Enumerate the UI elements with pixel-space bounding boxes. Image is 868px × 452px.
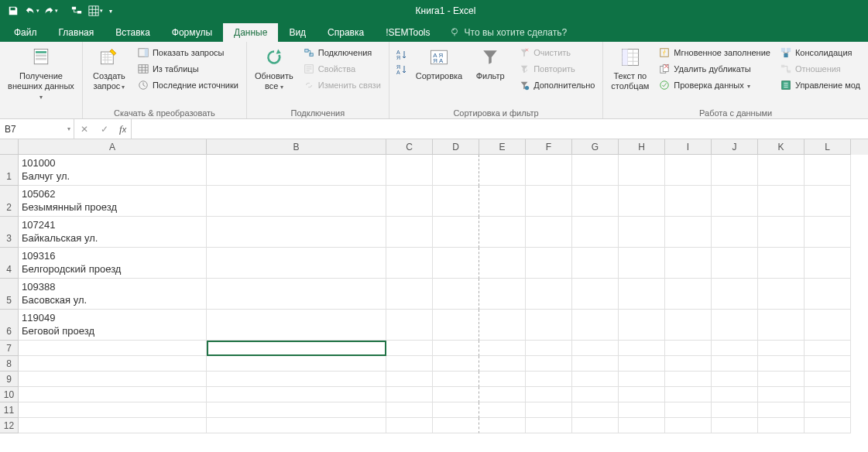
cell-E4[interactable] <box>479 248 526 279</box>
cell-D9[interactable] <box>433 372 479 387</box>
cell-D11[interactable] <box>433 402 479 418</box>
cell-B12[interactable] <box>207 418 386 433</box>
cell-F7[interactable] <box>526 341 572 356</box>
sort-button[interactable]: А ЯЯ А Сортировка <box>413 43 465 81</box>
remove-duplicates-button[interactable]: Удалить дубликаты <box>655 61 774 77</box>
cell-D10[interactable] <box>433 387 479 402</box>
cell-B10[interactable] <box>207 387 386 402</box>
column-header-H[interactable]: H <box>619 139 665 155</box>
cell-E1[interactable] <box>479 155 526 186</box>
cell-J4[interactable] <box>712 248 758 279</box>
cell-C3[interactable] <box>386 217 433 248</box>
cell-G12[interactable] <box>572 418 619 433</box>
cell-C7[interactable] <box>386 341 433 356</box>
cell-I6[interactable] <box>665 310 712 341</box>
cell-B2[interactable] <box>207 186 386 217</box>
cell-G9[interactable] <box>572 372 619 387</box>
cell-K12[interactable] <box>758 418 805 433</box>
cell-J11[interactable] <box>712 402 758 418</box>
cell-G4[interactable] <box>572 248 619 279</box>
cell-J10[interactable] <box>712 387 758 402</box>
cell-A11[interactable] <box>19 402 207 418</box>
cell-G6[interactable] <box>572 310 619 341</box>
cell-I9[interactable] <box>665 372 712 387</box>
tab-insert[interactable]: Вставка <box>105 23 161 42</box>
cell-I1[interactable] <box>665 155 712 186</box>
cell-F2[interactable] <box>526 186 572 217</box>
cell-L12[interactable] <box>805 418 851 433</box>
cell-C11[interactable] <box>386 402 433 418</box>
cell-K2[interactable] <box>758 186 805 217</box>
cell-H10[interactable] <box>619 387 665 402</box>
cell-A6[interactable]: 119049Беговой проезд <box>19 310 207 341</box>
cell-E12[interactable] <box>479 418 526 433</box>
cell-B11[interactable] <box>207 402 386 418</box>
enter-formula-button[interactable]: ✓ <box>94 124 115 135</box>
column-header-F[interactable]: F <box>526 139 572 155</box>
cell-L8[interactable] <box>805 356 851 372</box>
cell-I3[interactable] <box>665 217 712 248</box>
sort-desc-button[interactable]: ЯА <box>394 63 410 77</box>
cell-F3[interactable] <box>526 217 572 248</box>
cell-B7[interactable] <box>207 341 386 356</box>
cell-H5[interactable] <box>619 279 665 310</box>
cell-F6[interactable] <box>526 310 572 341</box>
cell-H7[interactable] <box>619 341 665 356</box>
filter-button[interactable]: Фильтр <box>468 43 512 81</box>
cell-I11[interactable] <box>665 402 712 418</box>
cell-K1[interactable] <box>758 155 805 186</box>
cell-J12[interactable] <box>712 418 758 433</box>
column-header-L[interactable]: L <box>805 139 851 155</box>
tab-view[interactable]: Вид <box>278 23 317 42</box>
cell-D2[interactable] <box>433 186 479 217</box>
row-header-5[interactable]: 5 <box>0 279 19 310</box>
row-header-8[interactable]: 8 <box>0 356 19 372</box>
cell-L11[interactable] <box>805 402 851 418</box>
row-header-10[interactable]: 10 <box>0 387 19 402</box>
cell-D5[interactable] <box>433 279 479 310</box>
from-table-button[interactable]: Из таблицы <box>134 61 242 77</box>
cell-I10[interactable] <box>665 387 712 402</box>
tab-home[interactable]: Главная <box>48 23 105 42</box>
advanced-filter-button[interactable]: Дополнительно <box>515 77 598 93</box>
cell-I12[interactable] <box>665 418 712 433</box>
column-header-D[interactable]: D <box>433 139 479 155</box>
cell-F4[interactable] <box>526 248 572 279</box>
cell-F11[interactable] <box>526 402 572 418</box>
column-header-E[interactable]: E <box>479 139 526 155</box>
consolidate-button[interactable]: Консолидация <box>777 45 863 60</box>
cell-I8[interactable] <box>665 356 712 372</box>
cell-I5[interactable] <box>665 279 712 310</box>
cell-E2[interactable] <box>479 186 526 217</box>
refresh-all-button[interactable]: Обновить все <box>252 43 297 91</box>
cancel-formula-button[interactable]: ✕ <box>74 124 94 135</box>
text-to-columns-button[interactable]: Текст по столбцам <box>608 43 652 91</box>
cell-C2[interactable] <box>386 186 433 217</box>
cell-I2[interactable] <box>665 186 712 217</box>
tab-file[interactable]: Файл <box>3 23 48 42</box>
cell-L4[interactable] <box>805 248 851 279</box>
fx-icon[interactable]: fx <box>115 123 131 135</box>
row-header-7[interactable]: 7 <box>0 341 19 356</box>
cell-E8[interactable] <box>479 356 526 372</box>
column-header-B[interactable]: B <box>207 139 386 155</box>
cell-B4[interactable] <box>207 248 386 279</box>
cell-A1[interactable]: 101000Балчуг ул. <box>19 155 207 186</box>
cell-I4[interactable] <box>665 248 712 279</box>
cell-C12[interactable] <box>386 418 433 433</box>
tell-me-search[interactable]: Что вы хотите сделать? <box>441 23 575 42</box>
tab-help[interactable]: Справка <box>317 23 375 42</box>
tab-data[interactable]: Данные <box>223 23 278 42</box>
cell-L9[interactable] <box>805 372 851 387</box>
cell-A8[interactable] <box>19 356 207 372</box>
cell-H4[interactable] <box>619 248 665 279</box>
cell-B5[interactable] <box>207 279 386 310</box>
cell-A9[interactable] <box>19 372 207 387</box>
cell-A4[interactable]: 109316Белгородский проезд <box>19 248 207 279</box>
cell-C6[interactable] <box>386 310 433 341</box>
cell-J8[interactable] <box>712 356 758 372</box>
cell-J6[interactable] <box>712 310 758 341</box>
show-queries-button[interactable]: Показать запросы <box>134 45 242 60</box>
row-header-11[interactable]: 11 <box>0 402 19 418</box>
cell-L5[interactable] <box>805 279 851 310</box>
